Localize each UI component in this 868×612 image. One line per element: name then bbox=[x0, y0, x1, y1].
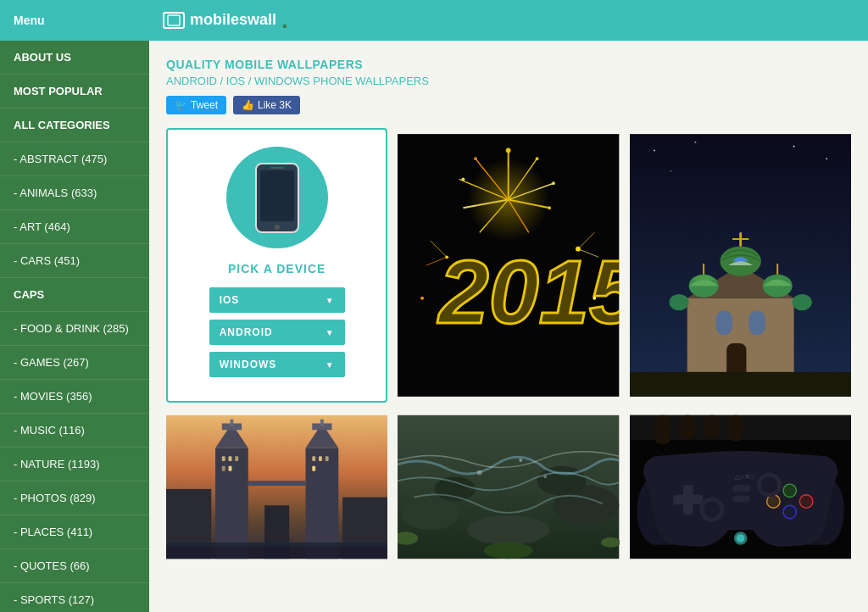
svg-rect-5 bbox=[270, 167, 284, 169]
windows-button[interactable]: WINDOWS ▼ bbox=[209, 352, 345, 377]
facebook-icon: 👍 bbox=[242, 99, 254, 111]
svg-rect-52 bbox=[748, 310, 765, 335]
svg-point-33 bbox=[468, 159, 550, 241]
svg-rect-107 bbox=[732, 485, 750, 492]
android-arrow-icon: ▼ bbox=[326, 328, 335, 337]
city-svg bbox=[166, 413, 387, 561]
wallpaper-grid: PICK A DEVICE IOS ▼ ANDROID ▼ WINDOWS ▼ bbox=[166, 128, 851, 561]
sidebar-item-animals[interactable]: - ANIMALS (633) bbox=[0, 176, 149, 210]
svg-point-26 bbox=[593, 297, 597, 300]
like-button[interactable]: 👍 Like 3K bbox=[233, 96, 300, 114]
sidebar-item-most-popular[interactable]: MOST POPULAR bbox=[0, 75, 149, 108]
svg-rect-68 bbox=[222, 466, 225, 471]
fireworks-wallpaper[interactable]: 2015 2015 bbox=[398, 128, 619, 403]
svg-rect-63 bbox=[320, 420, 324, 426]
sidebar-item-places[interactable]: - PLACES (411) bbox=[0, 515, 149, 549]
svg-rect-95 bbox=[704, 415, 720, 438]
like-label: Like 3K bbox=[258, 99, 292, 111]
social-buttons: 🐦 Tweet 👍 Like 3K bbox=[166, 96, 851, 114]
sidebar: ABOUT US MOST POPULAR ALL CATEGORIES - A… bbox=[0, 41, 149, 612]
svg-point-83 bbox=[435, 476, 476, 501]
svg-rect-98 bbox=[673, 495, 703, 505]
site-logo[interactable]: mobileswall . bbox=[163, 11, 288, 30]
main-layout: ABOUT US MOST POPULAR ALL CATEGORIES - A… bbox=[0, 41, 868, 612]
svg-point-49 bbox=[669, 294, 688, 310]
sidebar-item-quotes[interactable]: - QUOTES (66) bbox=[0, 549, 149, 583]
ios-button[interactable]: IOS ▼ bbox=[209, 287, 345, 313]
fireworks-svg: 2015 2015 bbox=[398, 128, 619, 403]
windows-arrow-icon: ▼ bbox=[326, 360, 335, 370]
svg-point-110 bbox=[736, 534, 744, 542]
sidebar-item-abstract[interactable]: - ABSTRACT (475) bbox=[0, 142, 149, 176]
sidebar-item-games[interactable]: - GAMES (267) bbox=[0, 346, 149, 380]
content-header: QUALITY MOBILE WALLPAPERS ANDROID / IOS … bbox=[166, 58, 851, 114]
android-button[interactable]: ANDROID ▼ bbox=[209, 320, 345, 345]
svg-point-104 bbox=[704, 501, 720, 517]
logo-dot: . bbox=[281, 11, 288, 30]
logo-text: mobileswall bbox=[190, 11, 276, 29]
church-wallpaper[interactable] bbox=[630, 128, 851, 403]
svg-point-36 bbox=[694, 142, 696, 143]
svg-point-100 bbox=[799, 495, 812, 508]
river-wallpaper[interactable] bbox=[398, 413, 619, 561]
svg-text:△○✕□: △○✕□ bbox=[735, 473, 754, 481]
svg-rect-108 bbox=[732, 496, 750, 503]
svg-rect-56 bbox=[215, 448, 248, 559]
svg-rect-94 bbox=[679, 415, 695, 440]
svg-point-84 bbox=[537, 466, 587, 496]
svg-rect-51 bbox=[715, 310, 732, 335]
pick-device-title: PICK A DEVICE bbox=[228, 262, 326, 275]
svg-rect-78 bbox=[166, 542, 387, 559]
gaming-wallpaper[interactable]: △○✕□ bbox=[630, 413, 851, 561]
river-svg bbox=[398, 413, 619, 561]
svg-rect-73 bbox=[312, 466, 315, 471]
svg-point-99 bbox=[783, 484, 796, 497]
menu-label[interactable]: Menu bbox=[14, 14, 163, 27]
city-wallpaper[interactable] bbox=[166, 413, 387, 561]
phone-icon bbox=[252, 162, 303, 234]
svg-point-80 bbox=[402, 498, 459, 531]
tweet-button[interactable]: 🐦 Tweet bbox=[166, 96, 226, 114]
svg-rect-67 bbox=[235, 456, 238, 461]
svg-rect-3 bbox=[260, 170, 294, 221]
sidebar-item-music[interactable]: - MUSIC (116) bbox=[0, 414, 149, 448]
sidebar-item-about-us[interactable]: ABOUT US bbox=[0, 41, 149, 75]
sidebar-item-caps[interactable]: CAPS bbox=[0, 278, 149, 312]
android-label: ANDROID bbox=[220, 326, 273, 338]
svg-rect-59 bbox=[230, 420, 233, 426]
svg-text:2015: 2015 bbox=[437, 242, 620, 342]
svg-point-88 bbox=[477, 470, 482, 476]
sidebar-item-food-drink[interactable]: - FOOD & DRINK (285) bbox=[0, 312, 149, 346]
phone-icon-wrapper bbox=[226, 147, 328, 248]
sidebar-item-photos[interactable]: - PHOTOS (829) bbox=[0, 481, 149, 515]
svg-point-21 bbox=[474, 157, 477, 160]
sidebar-item-art[interactable]: - ART (464) bbox=[0, 210, 149, 244]
svg-point-4 bbox=[275, 225, 280, 230]
church-svg bbox=[630, 128, 851, 403]
svg-rect-64 bbox=[248, 481, 306, 486]
svg-rect-54 bbox=[630, 372, 851, 397]
svg-point-17 bbox=[536, 157, 539, 160]
tweet-label: Tweet bbox=[191, 99, 218, 111]
sidebar-item-nature[interactable]: - NATURE (1193) bbox=[0, 448, 149, 481]
svg-rect-1 bbox=[168, 15, 180, 25]
pick-device-card: PICK A DEVICE IOS ▼ ANDROID ▼ WINDOWS ▼ bbox=[166, 128, 387, 403]
ios-arrow-icon: ▼ bbox=[326, 296, 335, 305]
svg-rect-69 bbox=[229, 466, 232, 471]
svg-rect-65 bbox=[222, 456, 225, 461]
svg-point-90 bbox=[544, 475, 548, 478]
svg-rect-96 bbox=[728, 415, 743, 442]
svg-point-37 bbox=[793, 146, 794, 147]
ios-label: IOS bbox=[220, 294, 240, 306]
svg-point-50 bbox=[792, 294, 811, 310]
svg-point-101 bbox=[783, 505, 796, 518]
sidebar-item-all-categories[interactable]: ALL CATEGORIES bbox=[0, 108, 149, 142]
sidebar-item-sports[interactable]: - SPORTS (127) bbox=[0, 583, 149, 612]
sidebar-item-movies[interactable]: - MOVIES (356) bbox=[0, 380, 149, 414]
sidebar-item-cars[interactable]: - CARS (451) bbox=[0, 244, 149, 278]
svg-point-39 bbox=[670, 170, 671, 172]
main-content: QUALITY MOBILE WALLPAPERS ANDROID / IOS … bbox=[149, 41, 868, 612]
svg-point-35 bbox=[654, 150, 655, 152]
svg-point-18 bbox=[552, 181, 555, 185]
page-subtitle: ANDROID / IOS / WINDOWS PHONE WALLPAPERS bbox=[166, 75, 851, 87]
